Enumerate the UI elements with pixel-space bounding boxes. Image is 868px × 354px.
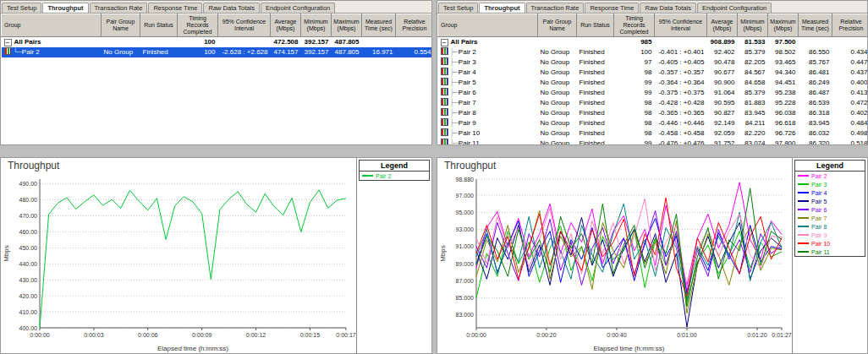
column-header-95-confidence: 95% Confidence Interval [655,14,707,37]
tab-endpoint-configuration[interactable]: Endpoint Configuration [261,3,335,13]
collapse-icon[interactable]: − [4,39,12,46]
legend-line-marker [362,175,373,177]
pair-row-pair-6[interactable]: ├─Pair 6No GroupFinished99-0.375 : +0.37… [438,88,868,98]
pair-chart-icon [441,47,448,55]
all-pairs-row[interactable]: −All Pairs100472.508392.157487.805 [2,37,433,47]
all-pairs-label: All Pairs [451,38,478,46]
legend-title: Legend [795,161,865,172]
maximum-cell: 487.805 [332,47,362,57]
tree-branch: ├─ [450,58,458,66]
records-cell: 99 [614,139,655,146]
throughput-table-panel-left: Test SetupThroughputTransaction RateResp… [0,0,432,145]
pair-row-pair-2[interactable]: └─Pair 2No GroupFinished100-2.628 : +2.6… [2,47,433,57]
legend-line-marker [798,251,809,253]
records-cell: 98 [614,118,655,128]
tab-test-setup[interactable]: Test Setup [2,3,41,13]
svg-text:0:00:00: 0:00:00 [466,332,486,338]
maximum-cell: 96.038 [768,108,799,118]
legend-label: Pair 5 [811,198,827,205]
tab-endpoint-configuration[interactable]: Endpoint Configuration [697,3,772,13]
group-cell: ├─Pair 4 [438,68,538,78]
relative-precision-cell: 0.498 [832,128,868,139]
table-header: GroupPair Group NameRun StatusTiming Rec… [2,14,433,37]
pair-row-pair-3[interactable]: ├─Pair 3No GroupFinished97-0.405 : +0.40… [438,57,868,68]
group-cell: ├─Pair 3 [438,57,538,68]
svg-text:91.000: 91.000 [456,243,475,249]
column-header-95-confidence: 95% Confidence Interval [218,14,271,37]
legend-line-marker [798,192,809,193]
pair-chart-icon [441,57,448,65]
tab-raw-data-totals[interactable]: Raw Data Totals [203,3,259,13]
minimum-total-cell: 392.157 [301,37,332,47]
tab-throughput[interactable]: Throughput [479,3,525,13]
minimum-cell: 82.220 [738,128,768,139]
pair-row-pair-11[interactable]: └─Pair 11No GroupFinished99-0.476 : +0.4… [438,139,868,146]
column-header-minimum: Minimum (Mbps) [301,14,332,37]
column-header-measured: Measured Time (sec) [799,14,832,37]
tab-transaction-rate[interactable]: Transaction Rate [90,3,148,13]
tree-branch: ├─ [450,119,458,127]
tab-response-time[interactable]: Response Time [148,3,202,13]
group-cell: ├─Pair 8 [438,108,538,118]
relative-precision-cell: 0.434 [832,47,868,57]
average-cell: 90.827 [707,108,738,118]
records-cell: 99 [614,88,655,98]
measured-time-cell: 16.971 [362,47,396,57]
maximum-cell: 96.726 [768,128,799,139]
column-header-relative: Relative Precision [396,14,433,37]
maximum-total-cell: 487.805 [332,37,362,47]
svg-text:0:00:00: 0:00:00 [30,332,49,338]
group-cell: └─Pair 2 [2,47,102,57]
tab-raw-data-totals[interactable]: Raw Data Totals [640,3,695,13]
pair-row-pair-5[interactable]: ├─Pair 5No GroupFinished99-0.364 : +0.36… [438,78,868,88]
collapse-icon[interactable]: − [441,39,448,46]
legend-label: Pair 9 [811,231,827,239]
measured-time-cell: 86.550 [799,47,832,57]
relative-precision-cell: 0.554 [396,47,433,57]
pair-row-pair-9[interactable]: ├─Pair 9No GroupFinished98-0.446 : +0.44… [438,118,868,128]
svg-text:87.000: 87.000 [456,278,475,284]
confidence-interval-cell: -0.476 : +0.476 [655,139,707,146]
pair-group-name-cell: No Group [538,88,577,98]
tree-branch: ├─ [450,48,458,56]
average-cell: 90.900 [707,78,738,88]
table-body: −All Pairs100472.508392.157487.805└─Pair… [2,37,433,57]
pair-chart-icon [441,118,448,126]
svg-text:0:00:03: 0:00:03 [84,332,103,338]
svg-text:0:01:20: 0:01:20 [747,332,766,338]
minimum-cell: 84.567 [738,68,768,78]
pair-row-pair-10[interactable]: ├─Pair 10No GroupFinished98-0.458 : +0.4… [438,128,868,139]
tab-throughput[interactable]: Throughput [42,3,88,13]
svg-text:93.000: 93.000 [456,226,475,232]
average-cell: 91.752 [707,139,738,146]
all-pairs-row[interactable]: −All Pairs985908.89981.53397.500 [438,37,868,47]
pair-row-pair-2[interactable]: ├─Pair 2No GroupFinished100-0.401 : +0.4… [438,47,868,57]
svg-text:0:00:09: 0:00:09 [192,332,212,338]
svg-text:85.000: 85.000 [456,295,475,301]
svg-text:0:00:15: 0:00:15 [300,332,320,338]
minimum-cell: 83.945 [738,108,768,118]
all-pairs-label: All Pairs [14,38,41,46]
minimum-cell: 84.658 [738,78,768,88]
pair-row-pair-4[interactable]: ├─Pair 4No GroupFinished98-0.357 : +0.35… [438,68,868,78]
tab-test-setup[interactable]: Test Setup [438,3,478,13]
confidence-interval-cell: -0.458 : +0.458 [655,128,707,139]
pair-group-name-cell: No Group [538,68,577,78]
results-table: GroupPair Group NameRun StatusTiming Rec… [437,14,868,145]
column-header-group: Group [438,14,538,37]
average-cell: 90.677 [707,68,738,78]
svg-text:0:00:17: 0:00:17 [336,332,355,338]
pair-row-pair-8[interactable]: ├─Pair 8No GroupFinished98-0.365 : +0.36… [438,108,868,118]
pair-chart-icon [441,68,448,75]
run-status-cell: Finished [577,78,614,88]
svg-text:89.000: 89.000 [456,261,475,267]
column-header-pair-group: Pair Group Name [538,14,577,37]
confidence-interval-cell: -0.401 : +0.401 [655,47,707,57]
tab-transaction-rate[interactable]: Transaction Rate [526,3,585,13]
records-total-cell: 985 [614,37,655,47]
group-cell: ├─Pair 5 [438,78,538,88]
pair-row-pair-7[interactable]: ├─Pair 7No GroupFinished98-0.428 : +0.42… [438,98,868,108]
confidence-interval-cell: -0.446 : +0.446 [655,118,707,128]
tab-response-time[interactable]: Response Time [585,3,639,13]
group-cell: ├─Pair 7 [438,98,538,108]
